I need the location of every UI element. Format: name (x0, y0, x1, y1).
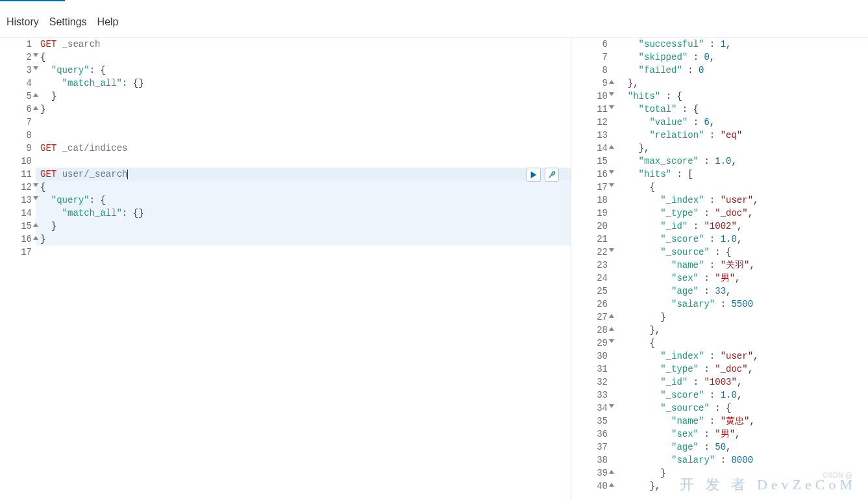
line-number: 22 (571, 246, 608, 259)
line-number: 7 (571, 51, 608, 64)
line-number: 39 (571, 467, 608, 480)
code-line: { (40, 181, 571, 194)
menu-settings[interactable]: Settings (49, 16, 87, 28)
line-number: 14 (0, 207, 32, 220)
svg-marker-0 (531, 172, 537, 179)
line-number: 2 (0, 51, 32, 64)
editor-code[interactable]: GET _search{ "query": { "match_all": {} … (40, 38, 571, 501)
line-number: 38 (571, 454, 608, 467)
code-line: } (617, 467, 868, 480)
line-number: 1 (0, 38, 32, 51)
code-line: "total" : { (617, 103, 868, 116)
line-number: 27 (571, 311, 608, 324)
request-actions (527, 168, 559, 182)
code-line: "match_all": {} (40, 77, 571, 90)
line-number: 37 (571, 441, 608, 454)
line-number: 12 (0, 181, 32, 194)
code-line: "_score" : 1.0, (617, 233, 868, 246)
code-line: GET user/_search (40, 168, 571, 181)
line-number: 17 (571, 181, 608, 194)
code-line: "_id" : "1002", (617, 220, 868, 233)
code-line: "age" : 50, (617, 441, 868, 454)
code-line: } (40, 220, 571, 233)
response-viewer[interactable]: 6789101112131415161718192021222324252627… (571, 38, 868, 501)
request-editor[interactable]: 1234567891011121314151617 GET _search{ "… (0, 38, 571, 501)
code-line: "_id" : "1003", (617, 376, 868, 389)
code-line: "_source" : { (617, 246, 868, 259)
line-number: 40 (571, 480, 608, 493)
line-number: 16 (571, 168, 608, 181)
code-line (40, 246, 571, 259)
code-line: "name" : "黄忠", (617, 415, 868, 428)
play-icon (529, 170, 538, 179)
line-number: 5 (0, 90, 32, 103)
line-number: 34 (571, 402, 608, 415)
code-line: "_score" : 1.0, (617, 389, 868, 402)
line-number: 25 (571, 285, 608, 298)
line-number: 8 (0, 129, 32, 142)
code-line (40, 155, 571, 168)
code-line: "query": { (40, 64, 571, 77)
console-workspace: 1234567891011121314151617 GET _search{ "… (0, 38, 868, 501)
line-number: 29 (571, 337, 608, 350)
response-code: "successful" : 1, "skipped" : 0, "failed… (617, 38, 868, 501)
code-line: { (617, 337, 868, 350)
line-number: 13 (571, 129, 608, 142)
code-line: "value" : 6, (617, 116, 868, 129)
line-number: 24 (571, 272, 608, 285)
line-number: 6 (0, 103, 32, 116)
code-line: "sex" : "男", (617, 428, 868, 441)
code-line: "relation" : "eq" (617, 129, 868, 142)
line-number: 19 (571, 207, 608, 220)
line-number: 32 (571, 376, 608, 389)
code-line: }, (617, 480, 868, 493)
code-line: "skipped" : 0, (617, 51, 868, 64)
code-line: } (40, 103, 571, 116)
menu-help[interactable]: Help (97, 16, 119, 28)
code-line: } (40, 233, 571, 246)
code-line: "salary" : 8000 (617, 454, 868, 467)
code-line: "match_all": {} (40, 207, 571, 220)
line-number: 4 (0, 77, 32, 90)
code-line: "_index" : "user", (617, 194, 868, 207)
line-number: 17 (0, 246, 32, 259)
code-line: "salary" : 5500 (617, 298, 868, 311)
code-line: }, (617, 77, 868, 90)
code-line: "hits" : { (617, 90, 868, 103)
line-number: 11 (571, 103, 608, 116)
code-line: } (40, 90, 571, 103)
wrench-icon (547, 170, 556, 179)
code-line: { (617, 181, 868, 194)
response-gutter: 6789101112131415161718192021222324252627… (571, 38, 612, 501)
line-number: 30 (571, 350, 608, 363)
code-line: }, (617, 142, 868, 155)
line-number: 9 (0, 142, 32, 155)
line-number: 10 (0, 155, 32, 168)
line-number: 23 (571, 259, 608, 272)
code-line: "name" : "关羽", (617, 259, 868, 272)
line-number: 33 (571, 389, 608, 402)
code-line: GET _search (40, 38, 571, 51)
code-line: } (617, 311, 868, 324)
line-number: 21 (571, 233, 608, 246)
code-line: "max_score" : 1.0, (617, 155, 868, 168)
menu-history[interactable]: History (6, 16, 39, 28)
line-number: 6 (571, 38, 608, 51)
line-number: 10 (571, 90, 608, 103)
line-number: 28 (571, 324, 608, 337)
code-line: "_index" : "user", (617, 350, 868, 363)
line-number: 15 (0, 220, 32, 233)
code-line: "_type" : "_doc", (617, 363, 868, 376)
line-number: 15 (571, 155, 608, 168)
run-request-button[interactable] (527, 168, 541, 182)
code-line: { (40, 51, 571, 64)
line-number: 13 (0, 194, 32, 207)
line-number: 8 (571, 64, 608, 77)
console-menubar: History Settings Help (0, 6, 868, 38)
line-number: 11 (0, 168, 32, 181)
line-number: 16 (0, 233, 32, 246)
line-number: 31 (571, 363, 608, 376)
request-options-button[interactable] (545, 168, 559, 182)
line-number: 26 (571, 298, 608, 311)
code-line: "_type" : "_doc", (617, 207, 868, 220)
